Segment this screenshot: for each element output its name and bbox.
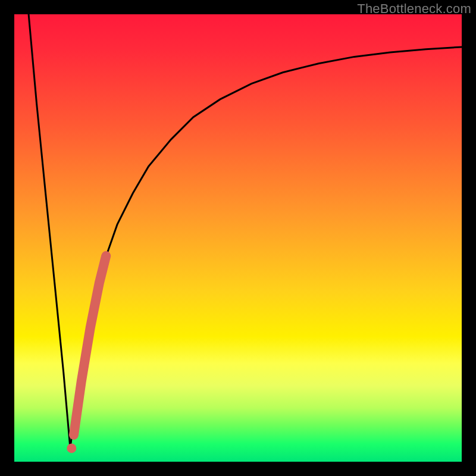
chart-frame: TheBottleneck.com <box>0 0 476 476</box>
curve-left <box>29 14 70 448</box>
chart-plot-area <box>14 14 462 462</box>
watermark-text: TheBottleneck.com <box>357 1 471 17</box>
end-dot <box>67 443 76 453</box>
highlight-segment <box>74 256 106 435</box>
chart-svg <box>14 14 462 462</box>
curve-right <box>70 47 462 449</box>
